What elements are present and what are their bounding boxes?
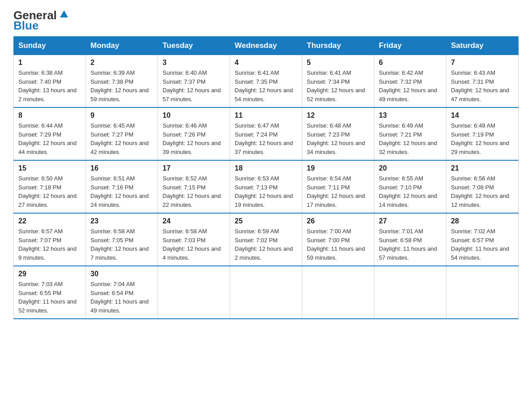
week-row-2: 8 Sunrise: 6:44 AMSunset: 7:29 PMDayligh… <box>14 107 519 160</box>
svg-marker-0 <box>60 10 68 17</box>
days-header-row: SundayMondayTuesdayWednesdayThursdayFrid… <box>14 37 519 55</box>
day-number: 2 <box>90 59 153 67</box>
day-number: 12 <box>307 111 369 120</box>
day-info: Sunrise: 6:49 AMSunset: 7:19 PMDaylight:… <box>451 122 509 155</box>
day-number: 17 <box>163 164 225 172</box>
day-info: Sunrise: 6:43 AMSunset: 7:31 PMDaylight:… <box>451 69 509 103</box>
calendar-cell: 16 Sunrise: 6:51 AMSunset: 7:16 PMDaylig… <box>86 160 158 213</box>
day-info: Sunrise: 6:50 AMSunset: 7:18 PMDaylight:… <box>18 175 77 208</box>
day-info: Sunrise: 6:45 AMSunset: 7:27 PMDaylight:… <box>90 122 149 155</box>
day-info: Sunrise: 6:52 AMSunset: 7:15 PMDaylight:… <box>163 175 221 208</box>
day-number: 1 <box>18 59 81 67</box>
calendar-cell: 25 Sunrise: 6:59 AMSunset: 7:02 PMDaylig… <box>230 213 302 266</box>
day-number: 30 <box>90 270 153 278</box>
calendar-cell: 29 Sunrise: 7:03 AMSunset: 6:55 PMDaylig… <box>14 266 86 319</box>
calendar-cell: 30 Sunrise: 7:04 AMSunset: 6:54 PMDaylig… <box>86 266 158 319</box>
calendar-cell: 5 Sunrise: 6:41 AMSunset: 7:34 PMDayligh… <box>302 55 374 108</box>
day-info: Sunrise: 6:58 AMSunset: 7:05 PMDaylight:… <box>90 228 149 261</box>
day-info: Sunrise: 6:42 AMSunset: 7:32 PMDaylight:… <box>379 69 437 103</box>
week-row-3: 15 Sunrise: 6:50 AMSunset: 7:18 PMDaylig… <box>14 160 519 213</box>
calendar-cell: 2 Sunrise: 6:39 AMSunset: 7:38 PMDayligh… <box>86 55 158 108</box>
calendar-cell <box>446 266 519 319</box>
day-number: 14 <box>451 111 514 120</box>
day-number: 26 <box>307 217 369 225</box>
day-info: Sunrise: 6:58 AMSunset: 7:03 PMDaylight:… <box>163 228 221 261</box>
day-info: Sunrise: 6:39 AMSunset: 7:38 PMDaylight:… <box>90 69 149 103</box>
calendar-cell: 15 Sunrise: 6:50 AMSunset: 7:18 PMDaylig… <box>14 160 86 213</box>
calendar-cell: 20 Sunrise: 6:55 AMSunset: 7:10 PMDaylig… <box>374 160 446 213</box>
day-number: 21 <box>451 164 514 172</box>
day-info: Sunrise: 7:02 AMSunset: 6:57 PMDaylight:… <box>451 228 509 261</box>
week-row-1: 1 Sunrise: 6:38 AMSunset: 7:40 PMDayligh… <box>14 55 519 108</box>
day-info: Sunrise: 6:46 AMSunset: 7:26 PMDaylight:… <box>163 122 221 155</box>
calendar-cell <box>374 266 446 319</box>
day-info: Sunrise: 7:03 AMSunset: 6:55 PMDaylight:… <box>18 281 77 314</box>
day-info: Sunrise: 6:48 AMSunset: 7:23 PMDaylight:… <box>307 122 365 155</box>
day-info: Sunrise: 6:59 AMSunset: 7:02 PMDaylight:… <box>235 228 293 261</box>
day-header-tuesday: Tuesday <box>158 37 230 55</box>
day-header-friday: Friday <box>374 37 446 55</box>
day-header-monday: Monday <box>86 37 158 55</box>
day-number: 10 <box>163 111 225 120</box>
calendar-cell: 9 Sunrise: 6:45 AMSunset: 7:27 PMDayligh… <box>86 107 158 160</box>
week-row-5: 29 Sunrise: 7:03 AMSunset: 6:55 PMDaylig… <box>14 266 519 319</box>
calendar-cell <box>230 266 302 319</box>
day-info: Sunrise: 6:56 AMSunset: 7:08 PMDaylight:… <box>451 175 509 208</box>
day-info: Sunrise: 6:47 AMSunset: 7:24 PMDaylight:… <box>235 122 293 155</box>
day-info: Sunrise: 6:41 AMSunset: 7:34 PMDaylight:… <box>307 69 365 103</box>
day-header-sunday: Sunday <box>14 37 86 55</box>
day-number: 16 <box>90 164 153 172</box>
day-header-saturday: Saturday <box>446 37 519 55</box>
day-number: 25 <box>235 217 297 225</box>
day-info: Sunrise: 6:38 AMSunset: 7:40 PMDaylight:… <box>18 69 77 103</box>
day-info: Sunrise: 7:04 AMSunset: 6:54 PMDaylight:… <box>90 281 149 314</box>
day-number: 13 <box>379 111 442 120</box>
calendar-cell: 19 Sunrise: 6:54 AMSunset: 7:11 PMDaylig… <box>302 160 374 213</box>
day-number: 19 <box>307 164 369 172</box>
day-info: Sunrise: 6:53 AMSunset: 7:13 PMDaylight:… <box>235 175 293 208</box>
day-header-thursday: Thursday <box>302 37 374 55</box>
day-header-wednesday: Wednesday <box>230 37 302 55</box>
calendar-cell <box>302 266 374 319</box>
calendar-cell: 27 Sunrise: 7:01 AMSunset: 6:58 PMDaylig… <box>374 213 446 266</box>
day-info: Sunrise: 6:49 AMSunset: 7:21 PMDaylight:… <box>379 122 437 155</box>
day-number: 3 <box>163 59 225 67</box>
calendar-table: SundayMondayTuesdayWednesdayThursdayFrid… <box>13 36 519 319</box>
calendar-cell: 10 Sunrise: 6:46 AMSunset: 7:26 PMDaylig… <box>158 107 230 160</box>
day-info: Sunrise: 6:54 AMSunset: 7:11 PMDaylight:… <box>307 175 365 208</box>
calendar-cell: 13 Sunrise: 6:49 AMSunset: 7:21 PMDaylig… <box>374 107 446 160</box>
day-number: 27 <box>379 217 442 225</box>
day-number: 22 <box>18 217 81 225</box>
calendar-cell: 1 Sunrise: 6:38 AMSunset: 7:40 PMDayligh… <box>14 55 86 108</box>
calendar-cell: 22 Sunrise: 6:57 AMSunset: 7:07 PMDaylig… <box>14 213 86 266</box>
calendar-cell: 6 Sunrise: 6:42 AMSunset: 7:32 PMDayligh… <box>374 55 446 108</box>
day-info: Sunrise: 7:00 AMSunset: 7:00 PMDaylight:… <box>307 228 365 261</box>
calendar-cell: 21 Sunrise: 6:56 AMSunset: 7:08 PMDaylig… <box>446 160 519 213</box>
week-row-4: 22 Sunrise: 6:57 AMSunset: 7:07 PMDaylig… <box>14 213 519 266</box>
day-number: 4 <box>235 59 297 67</box>
logo-triangle-icon <box>59 9 69 21</box>
day-info: Sunrise: 6:41 AMSunset: 7:35 PMDaylight:… <box>235 69 293 103</box>
calendar-cell: 26 Sunrise: 7:00 AMSunset: 7:00 PMDaylig… <box>302 213 374 266</box>
day-number: 7 <box>451 59 514 67</box>
day-number: 6 <box>379 59 442 67</box>
day-info: Sunrise: 6:55 AMSunset: 7:10 PMDaylight:… <box>379 175 437 208</box>
day-number: 23 <box>90 217 153 225</box>
day-number: 11 <box>235 111 297 120</box>
calendar-cell: 3 Sunrise: 6:40 AMSunset: 7:37 PMDayligh… <box>158 55 230 108</box>
day-number: 24 <box>163 217 225 225</box>
calendar-cell: 28 Sunrise: 7:02 AMSunset: 6:57 PMDaylig… <box>446 213 519 266</box>
day-number: 18 <box>235 164 297 172</box>
calendar-cell: 4 Sunrise: 6:41 AMSunset: 7:35 PMDayligh… <box>230 55 302 108</box>
calendar-cell: 23 Sunrise: 6:58 AMSunset: 7:05 PMDaylig… <box>86 213 158 266</box>
calendar-cell: 11 Sunrise: 6:47 AMSunset: 7:24 PMDaylig… <box>230 107 302 160</box>
day-info: Sunrise: 6:57 AMSunset: 7:07 PMDaylight:… <box>18 228 77 261</box>
calendar-cell: 24 Sunrise: 6:58 AMSunset: 7:03 PMDaylig… <box>158 213 230 266</box>
calendar-cell: 7 Sunrise: 6:43 AMSunset: 7:31 PMDayligh… <box>446 55 519 108</box>
calendar-cell: 18 Sunrise: 6:53 AMSunset: 7:13 PMDaylig… <box>230 160 302 213</box>
logo: General Blue <box>13 9 69 32</box>
day-number: 28 <box>451 217 514 225</box>
calendar-cell: 8 Sunrise: 6:44 AMSunset: 7:29 PMDayligh… <box>14 107 86 160</box>
calendar-cell <box>158 266 230 319</box>
day-info: Sunrise: 6:51 AMSunset: 7:16 PMDaylight:… <box>90 175 149 208</box>
